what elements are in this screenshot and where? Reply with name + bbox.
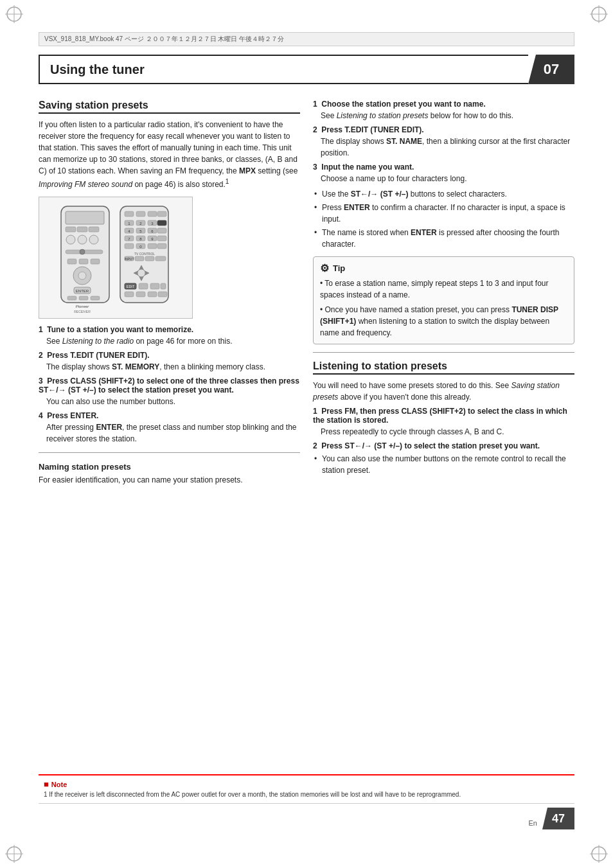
svg-rect-30 — [79, 296, 88, 300]
book-info-bar: VSX_918_818_MY.book 47 ページ ２００７年１２月２７日 木… — [39, 32, 574, 46]
tip-box: ⚙ Tip • To erase a station name, simply … — [313, 256, 574, 344]
remote-svg: ENTER Pioneer RECEIVER 1 2 3 — [58, 200, 173, 315]
step-1-listen: 1 Press FM, then press CLASS (SHIFT+2) t… — [313, 407, 574, 438]
step-2-listen-header: 2 Press ST←/→ (ST +/–) to select the sta… — [313, 441, 574, 450]
chapter-number: 07 — [528, 55, 574, 84]
svg-rect-29 — [67, 296, 76, 300]
svg-rect-64 — [157, 244, 166, 249]
svg-text:EDIT: EDIT — [127, 285, 135, 288]
step-1-listen-header: 1 Press FM, then press CLASS (SHIFT+2) t… — [313, 407, 574, 425]
book-info-text: VSX_918_818_MY.book 47 ページ ２００７年１２月２７日 木… — [44, 35, 284, 44]
svg-rect-45 — [157, 220, 166, 226]
saving-intro: If you often listen to a particular radi… — [39, 119, 300, 190]
tip-label: Tip — [333, 263, 345, 273]
listening-intro: You will need to have some presets store… — [313, 380, 574, 403]
reg-mark-tr — [590, 5, 608, 23]
page-lang: En — [529, 819, 537, 827]
listening-section-title: Listening to station presets — [313, 360, 574, 375]
step-2-save-body: The display shows ST. MEMORY, then a bli… — [46, 361, 300, 373]
chapter-header: Using the tuner 07 — [39, 55, 574, 84]
svg-rect-81 — [125, 292, 134, 297]
svg-point-26 — [78, 272, 86, 279]
svg-rect-23 — [79, 259, 88, 264]
svg-rect-59 — [157, 236, 166, 241]
svg-rect-60 — [125, 244, 134, 249]
svg-point-19 — [89, 235, 98, 244]
page-number: 47 — [542, 808, 574, 829]
naming-section-title: Naming station presets — [39, 462, 300, 472]
step-1-name-header: 1 Choose the station preset you want to … — [313, 100, 574, 109]
svg-rect-13 — [66, 211, 104, 224]
step-1-name: 1 Choose the station preset you want to … — [313, 100, 574, 121]
svg-point-75 — [138, 269, 145, 277]
svg-rect-37 — [148, 211, 157, 217]
chapter-title: Using the tuner — [39, 55, 528, 84]
step-3-name-body: Choose a name up to four characters long… — [321, 173, 574, 184]
remote-image: ENTER Pioneer RECEIVER 1 2 3 — [39, 197, 193, 319]
listen-bullet-1: You can also use the number buttons on t… — [313, 453, 574, 476]
svg-point-21 — [80, 249, 85, 254]
svg-rect-63 — [148, 244, 157, 249]
svg-rect-35 — [125, 211, 134, 217]
svg-rect-52 — [157, 228, 166, 233]
naming-bullet-3: The name is stored when ENTER is pressed… — [313, 227, 574, 250]
tip-header: ⚙ Tip — [320, 262, 567, 274]
step-3-name: 3 Input the name you want. Choose a name… — [313, 163, 574, 184]
saving-section-title: Saving station presets — [39, 100, 300, 114]
left-column: Saving station presets If you often list… — [39, 100, 300, 804]
svg-point-18 — [78, 235, 87, 244]
tip-item-1: • To erase a station name, simply repeat… — [320, 278, 567, 301]
right-column: 1 Choose the station preset you want to … — [313, 100, 574, 804]
note-label: ■ Note — [44, 779, 569, 789]
step-1-save-header: 1 Tune to a station you want to memorize… — [39, 325, 300, 334]
svg-rect-24 — [91, 259, 100, 264]
tip-item-2: • Once you have named a station preset, … — [320, 304, 567, 339]
svg-rect-84 — [158, 292, 167, 297]
reg-mark-br — [590, 845, 608, 863]
naming-bullet-list: Use the ST←/→ (ST +/–) buttons to select… — [313, 188, 574, 250]
svg-rect-14 — [66, 227, 76, 232]
divider-naming — [39, 452, 300, 453]
svg-rect-68 — [135, 256, 144, 261]
listen-bullet-list: You can also use the number buttons on t… — [313, 453, 574, 476]
svg-text:ENTER: ENTER — [76, 289, 89, 293]
svg-text:INPUT: INPUT — [125, 257, 134, 261]
svg-rect-83 — [148, 292, 157, 297]
svg-rect-16 — [89, 227, 99, 232]
divider-listening — [313, 352, 574, 353]
naming-bullet-2: Press ENTER to confirm a character. If n… — [313, 202, 574, 225]
svg-rect-38 — [157, 211, 166, 217]
svg-rect-15 — [77, 227, 87, 232]
step-4-save-header: 4 Press ENTER. — [39, 411, 300, 420]
step-3-save-body: You can also use the number buttons. — [46, 396, 300, 407]
reg-mark-tl — [5, 5, 23, 23]
svg-rect-79 — [150, 283, 159, 289]
note-icon: ■ — [44, 779, 49, 789]
content-area: Saving station presets If you often list… — [39, 100, 574, 804]
step-2-save: 2 Press T.EDIT (TUNER EDIT). The display… — [39, 351, 300, 373]
step-3-save: 3 Press CLASS (SHIFT+2) to select one of… — [39, 376, 300, 407]
svg-rect-36 — [136, 211, 145, 217]
naming-bullet-1: Use the ST←/→ (ST +/–) buttons to select… — [313, 188, 574, 200]
svg-rect-80 — [161, 283, 166, 289]
step-3-save-header: 3 Press CLASS (SHIFT+2) to select one of… — [39, 376, 300, 394]
step-4-save-body: After pressing ENTER, the preset class a… — [46, 421, 300, 445]
note-box: ■ Note 1 If the receiver is left disconn… — [39, 774, 574, 804]
step-2-name-header: 2 Press T.EDIT (TUNER EDIT). — [313, 125, 574, 134]
reg-mark-bl — [5, 845, 23, 863]
svg-point-17 — [66, 235, 75, 244]
step-2-name: 2 Press T.EDIT (TUNER EDIT). The display… — [313, 125, 574, 159]
tip-icon: ⚙ — [320, 262, 329, 274]
step-2-save-header: 2 Press T.EDIT (TUNER EDIT). — [39, 351, 300, 360]
svg-rect-69 — [145, 256, 154, 261]
svg-text:RECEIVER: RECEIVER — [74, 310, 91, 314]
naming-intro: For easier identification, you can name … — [39, 474, 300, 486]
svg-text:Pioneer: Pioneer — [76, 305, 90, 308]
svg-text:TV CONTROL: TV CONTROL — [134, 252, 155, 256]
step-2-listen: 2 Press ST←/→ (ST +/–) to select the sta… — [313, 441, 574, 476]
step-4-save: 4 Press ENTER. After pressing ENTER, the… — [39, 411, 300, 445]
svg-rect-82 — [136, 292, 145, 297]
note-text: 1 If the receiver is left disconnected f… — [44, 790, 569, 799]
step-1-save-body: See Listening to the radio on page 46 fo… — [46, 335, 300, 347]
svg-rect-78 — [139, 283, 148, 289]
